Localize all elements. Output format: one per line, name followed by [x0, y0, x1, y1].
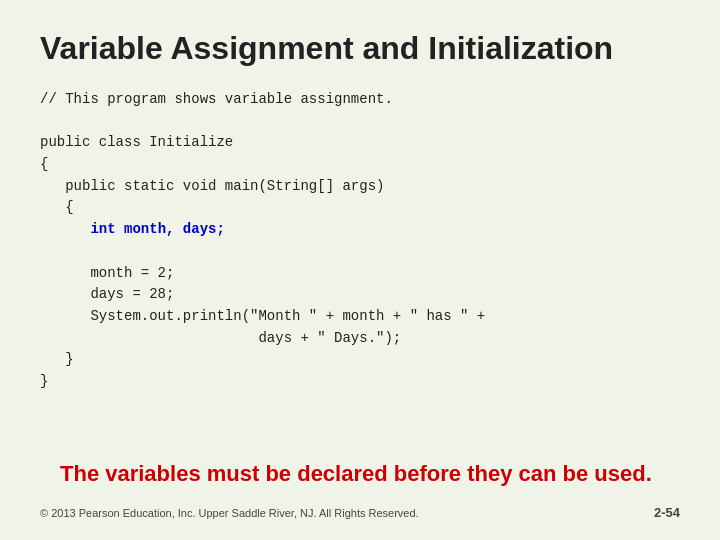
slide: Variable Assignment and Initialization /…	[0, 0, 720, 540]
code-line-3: public static void main(String[] args)	[40, 176, 680, 198]
variables-declared-text: The variables must be declared before th…	[40, 461, 680, 487]
code-line-2: {	[40, 154, 680, 176]
code-line-4: {	[40, 197, 680, 219]
code-line-highlight: int month, days;	[40, 219, 680, 241]
footer-page-number: 2-54	[654, 505, 680, 520]
code-block: // This program shows variable assignmen…	[40, 89, 680, 393]
footer-copyright: © 2013 Pearson Education, Inc. Upper Sad…	[40, 507, 419, 519]
code-line-7: System.out.println("Month " + month + " …	[40, 306, 680, 328]
code-line-blank1	[40, 111, 680, 133]
code-line-5: month = 2;	[40, 263, 680, 285]
code-line-8: days + " Days.");	[40, 328, 680, 350]
code-line-1: public class Initialize	[40, 132, 680, 154]
bottom-message: The variables must be declared before th…	[40, 451, 680, 520]
code-highlight-span: int month, days;	[90, 221, 224, 237]
code-line-9: }	[40, 349, 680, 371]
footer: © 2013 Pearson Education, Inc. Upper Sad…	[40, 505, 680, 520]
code-line-6: days = 28;	[40, 284, 680, 306]
code-line-10: }	[40, 371, 680, 393]
slide-title: Variable Assignment and Initialization	[40, 30, 680, 67]
code-line-blank2	[40, 241, 680, 263]
code-line-comment: // This program shows variable assignmen…	[40, 89, 680, 111]
